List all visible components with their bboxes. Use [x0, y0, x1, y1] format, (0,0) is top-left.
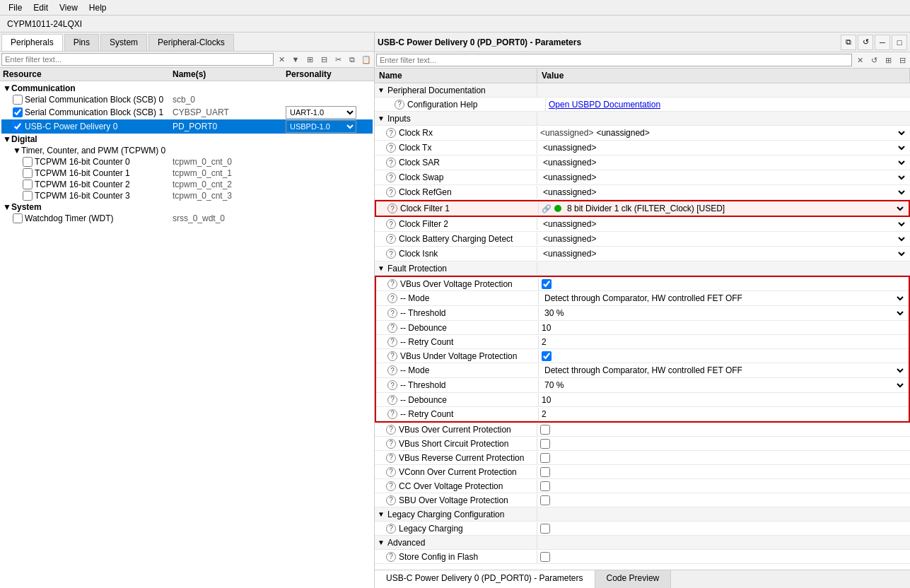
tree-item-usbpd0[interactable]: USB-C Power Delivery 0 PD_PORT0 USBPD-1.…	[1, 119, 373, 134]
tree-item-scb1[interactable]: Serial Communication Block (SCB) 1 CYBSP…	[1, 105, 373, 119]
help-icon-vbus-scp[interactable]: ?	[386, 439, 396, 449]
toggle-legacy-charging[interactable]: ▼	[378, 510, 386, 518]
restore-icon[interactable]: ⧉	[841, 35, 856, 50]
expander-digital[interactable]: ▼	[3, 134, 11, 144]
minimize-icon[interactable]: ─	[875, 35, 890, 50]
checkbox-sbu-ovp[interactable]	[540, 495, 550, 505]
left-filter-input[interactable]	[1, 53, 274, 66]
checkbox-scb1[interactable]	[13, 107, 23, 117]
help-icon-clock-rx[interactable]: ?	[386, 128, 396, 138]
toggle-inputs[interactable]: ▼	[378, 114, 386, 122]
link-usbpd-doc[interactable]: Open USBPD Documentation	[549, 100, 660, 110]
tab-system[interactable]: System	[100, 34, 147, 51]
tree-item-wdt[interactable]: Watchdog Timer (WDT) srss_0_wdt_0	[1, 213, 373, 224]
select-clock-sar[interactable]: <unassigned>	[540, 157, 907, 168]
help-icon-vbus-ocp[interactable]: ?	[386, 425, 396, 435]
paste-icon[interactable]: 📋	[360, 53, 373, 66]
select-clock-rx[interactable]: <unassigned>	[593, 127, 907, 139]
right-expand-icon[interactable]: ⊞	[882, 54, 894, 66]
right-filter-clear-icon[interactable]: ✕	[853, 54, 866, 66]
right-filter-input[interactable]	[376, 54, 852, 66]
section-inputs[interactable]: ▼ Inputs	[375, 112, 910, 126]
checkbox-legacy-charging[interactable]	[540, 524, 550, 534]
help-icon-clock-filter2[interactable]: ?	[386, 219, 396, 229]
expander-tcpwm0[interactable]: ▼	[13, 146, 21, 155]
checkbox-vbus-ocp[interactable]	[540, 425, 550, 435]
tab-code-preview[interactable]: Code Preview	[595, 570, 672, 588]
tab-pins[interactable]: Pins	[64, 34, 99, 51]
cut-icon[interactable]: ✂	[332, 53, 344, 66]
select-ovp-threshold[interactable]: 30 %	[542, 307, 906, 319]
help-icon-ovp-debounce[interactable]: ?	[387, 323, 397, 333]
help-icon-clock-isnk[interactable]: ?	[386, 249, 396, 259]
toggle-advanced[interactable]: ▼	[378, 539, 386, 546]
expander-communication[interactable]: ▼	[3, 83, 11, 93]
checkbox-vbus-ovp[interactable]	[542, 279, 552, 289]
help-icon-clock-filter1[interactable]: ?	[387, 204, 397, 213]
select-clock-isnk[interactable]: <unassigned>	[540, 248, 907, 259]
checkbox-counter2[interactable]	[23, 180, 33, 189]
select-clock-refgen[interactable]: <unassigned>	[540, 187, 907, 198]
section-advanced[interactable]: ▼ Advanced	[375, 536, 910, 550]
help-icon-sbu-ovp[interactable]: ?	[386, 495, 396, 505]
checkbox-wdt[interactable]	[13, 213, 23, 223]
help-icon-cc-ovp[interactable]: ?	[386, 481, 396, 491]
tree-category-system[interactable]: ▼ System	[1, 201, 373, 213]
menu-file[interactable]: File	[3, 1, 28, 14]
select-clock-tx[interactable]: <unassigned>	[540, 142, 907, 153]
help-icon-vbus-rcp[interactable]: ?	[386, 453, 396, 463]
section-peripheral-doc[interactable]: ▼ Peripheral Documentation	[375, 83, 910, 98]
tree-category-tcpwm0[interactable]: ▼ Timer, Counter, and PWM (TCPWM) 0	[1, 145, 373, 156]
help-icon-legacy-charging[interactable]: ?	[386, 524, 396, 534]
checkbox-vbus-scp[interactable]	[540, 439, 550, 449]
help-icon-ovp-mode[interactable]: ?	[387, 293, 397, 303]
tree-item-counter3[interactable]: TCPWM 16-bit Counter 3 tcpwm_0_cnt_3	[1, 190, 373, 201]
help-icon-clock-battery[interactable]: ?	[386, 234, 396, 244]
select-ovp-mode[interactable]: Detect through Comparator, HW controlled…	[542, 293, 906, 304]
copy-icon[interactable]: ⧉	[346, 53, 358, 66]
select-clock-battery[interactable]: <unassigned>	[540, 233, 907, 245]
help-icon-clock-tx[interactable]: ?	[386, 143, 396, 153]
personality-usbpd0[interactable]: USBPD-1.0	[286, 120, 356, 133]
tree-item-scb0[interactable]: Serial Communication Block (SCB) 0 scb_0	[1, 94, 373, 105]
tab-peripherals[interactable]: Peripherals	[1, 34, 63, 51]
tree-item-counter0[interactable]: TCPWM 16-bit Counter 0 tcpwm_0_cnt_0	[1, 156, 373, 167]
help-icon-vconn-ocp[interactable]: ?	[386, 467, 396, 477]
help-icon-store-config[interactable]: ?	[386, 552, 396, 562]
checkbox-counter0[interactable]	[23, 157, 33, 167]
tree-category-communication[interactable]: ▼ Communication	[1, 83, 373, 94]
checkbox-scb0[interactable]	[13, 95, 23, 105]
section-fault-protection[interactable]: ▼ Fault Protection	[375, 261, 910, 276]
select-uvp-mode[interactable]: Detect through Comparator, HW controlled…	[542, 365, 906, 376]
tab-usbpd-params[interactable]: USB-C Power Delivery 0 (PD_PORT0) - Para…	[375, 570, 595, 588]
tree-item-counter1[interactable]: TCPWM 16-bit Counter 1 tcpwm_0_cnt_1	[1, 167, 373, 179]
personality-scb1[interactable]: UART-1.0	[286, 106, 356, 119]
help-icon-uvp-mode[interactable]: ?	[387, 365, 397, 375]
help-icon-uvp-retry[interactable]: ?	[387, 409, 397, 419]
select-clock-filter2[interactable]: <unassigned>	[540, 218, 907, 230]
checkbox-vconn-ocp[interactable]	[540, 467, 550, 477]
help-icon-vbus-uvp[interactable]: ?	[387, 351, 397, 361]
select-clock-swap[interactable]: <unassigned>	[540, 172, 907, 183]
right-refresh-icon[interactable]: ↺	[868, 54, 880, 66]
clear-filter-icon[interactable]: ✕	[275, 53, 288, 66]
menu-view[interactable]: View	[54, 1, 83, 14]
checkbox-counter3[interactable]	[23, 191, 33, 201]
help-icon-uvp-debounce[interactable]: ?	[387, 395, 397, 405]
help-icon-ovp-retry[interactable]: ?	[387, 337, 397, 347]
expander-system[interactable]: ▼	[3, 202, 11, 212]
menu-edit[interactable]: Edit	[28, 1, 54, 14]
checkbox-counter1[interactable]	[23, 168, 33, 178]
toggle-peripheral-doc[interactable]: ▼	[378, 86, 386, 94]
expand-all-icon[interactable]: ⊞	[303, 53, 316, 66]
help-icon-uvp-threshold[interactable]: ?	[387, 380, 397, 390]
help-icon-vbus-ovp[interactable]: ?	[387, 279, 397, 289]
help-icon-ovp-threshold[interactable]: ?	[387, 308, 397, 318]
checkbox-vbus-uvp[interactable]	[542, 351, 552, 361]
toggle-fault-protection[interactable]: ▼	[378, 264, 386, 272]
tab-peripheral-clocks[interactable]: Peripheral-Clocks	[148, 34, 234, 51]
tree-category-digital[interactable]: ▼ Digital	[1, 134, 373, 145]
filter-icon[interactable]: ▼	[289, 53, 302, 66]
right-collapse-icon[interactable]: ⊟	[896, 54, 909, 66]
refresh-icon[interactable]: ↺	[858, 35, 873, 50]
